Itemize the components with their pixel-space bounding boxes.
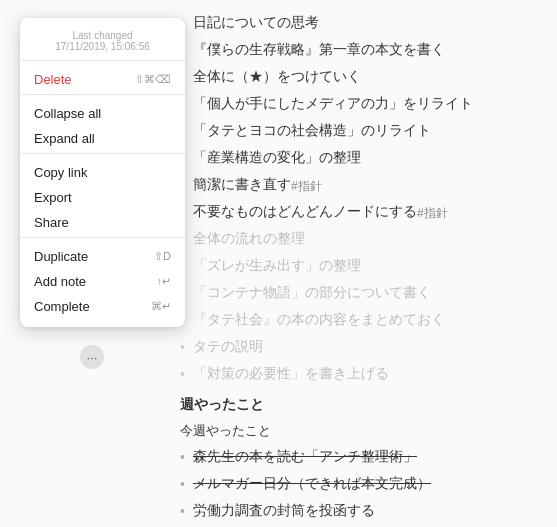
add-note-menu-item[interactable]: Add note ↑↵ [20,269,185,294]
list-item: 労働力調査の封筒を投函する [180,498,527,525]
share-label: Share [34,215,69,230]
complete-shortcut: ⌘↵ [151,300,171,313]
weekly-list: 森先生の本を読む「アンチ整理術」 メルマガー日分（できれば本文完成） 労働力調査… [180,444,527,527]
copy-link-menu-item[interactable]: Copy link [20,160,185,185]
export-label: Export [34,190,72,205]
list-item: 「コンテナ物語」の部分について書く [180,280,527,307]
export-menu-item[interactable]: Export [20,185,185,210]
list-item: メルマガー日分（できれば本文完成） [180,471,527,498]
delete-label: Delete [34,72,72,87]
copy-link-label: Copy link [34,165,87,180]
menu-header: Last changed 17/11/2019, 15:06:56 [20,24,185,61]
strikethrough-text: メルマガー日分（できれば本文完成） [193,474,431,494]
section-header-weekly-past: 週やったこと [180,396,527,414]
three-dots-button[interactable]: ··· [80,345,104,369]
complete-menu-item[interactable]: Complete ⌘↵ [20,294,185,319]
list-item: 「対策の必要性」を書き上げる [180,361,527,388]
menu-section-delete: Delete ⇧⌘⌫ [20,65,185,95]
share-menu-item[interactable]: Share [20,210,185,235]
content-list: 日記についての思考 『僕らの生存戦略』第一章の本文を書く 全体に（★）をつけてい… [180,10,527,388]
add-note-shortcut: ↑↵ [157,275,172,288]
duplicate-label: Duplicate [34,249,88,264]
expand-all-menu-item[interactable]: Expand all [20,126,185,151]
duplicate-menu-item[interactable]: Duplicate ⇧D [20,244,185,269]
list-item: 「個人が手にしたメディアの力」をリライト [180,91,527,118]
section-header-weekly-current: 今週やったこと [180,422,527,440]
last-changed-label: Last changed [34,30,171,41]
list-item: 全体に（★）をつけていく [180,64,527,91]
list-item: 簡潔に書き直す #指針 [180,172,527,199]
context-menu: Last changed 17/11/2019, 15:06:56 Delete… [20,18,185,327]
three-dots-icon: ··· [87,351,98,364]
menu-section-share: Copy link Export Share [20,158,185,238]
list-item: 「産業構造の変化」の整理 [180,145,527,172]
delete-shortcut: ⇧⌘⌫ [135,73,171,86]
list-item: 『僕らの生存戦略』第一章の本文を書く [180,37,527,64]
list-item: 日記についての思考 [180,10,527,37]
last-changed-value: 17/11/2019, 15:06:56 [34,41,171,52]
list-item: 「タテとヨコの社会構造」のリライト [180,118,527,145]
add-note-label: Add note [34,274,86,289]
list-item: 『タテ社会』の本の内容をまとめておく [180,307,527,334]
list-item: 全体の流れの整理 [180,226,527,253]
tag: #指針 [291,177,322,195]
list-item: 不要なものはどんどんノードにする #指針 [180,199,527,226]
menu-section-actions: Duplicate ⇧D Add note ↑↵ Complete ⌘↵ [20,242,185,321]
list-item: タテの説明 [180,334,527,361]
complete-label: Complete [34,299,90,314]
menu-section-collapse: Collapse all Expand all [20,99,185,154]
strikethrough-text: 森先生の本を読む「アンチ整理術」 [193,447,417,467]
delete-menu-item[interactable]: Delete ⇧⌘⌫ [20,67,185,92]
list-item: 「ズレが生み出す」の整理 [180,253,527,280]
tag: #指針 [417,204,448,222]
collapse-all-menu-item[interactable]: Collapse all [20,101,185,126]
list-item: 森先生の本を読む「アンチ整理術」 [180,444,527,471]
expand-all-label: Expand all [34,131,95,146]
duplicate-shortcut: ⇧D [154,250,171,263]
collapse-all-label: Collapse all [34,106,101,121]
